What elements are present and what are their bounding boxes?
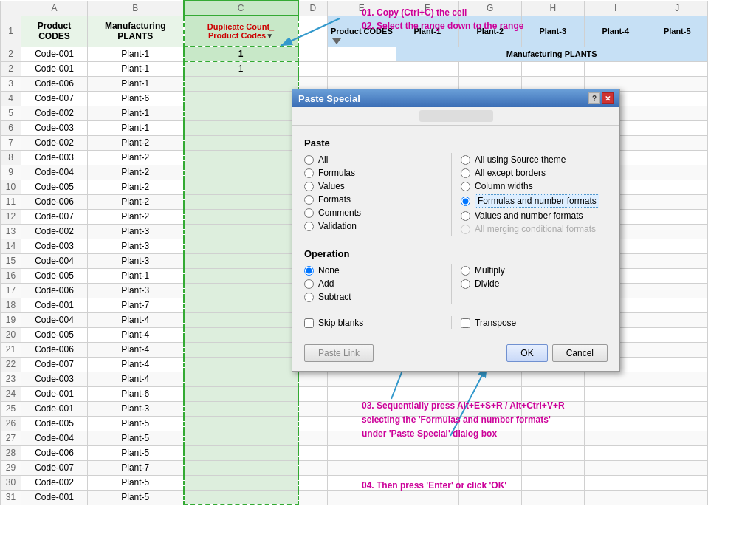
row-num-19: 19 bbox=[1, 312, 21, 327]
cell-f29 bbox=[396, 460, 458, 475]
cell-b5: Plant-1 bbox=[88, 106, 184, 120]
paste-formulas-num-option[interactable]: Formulas and number formats bbox=[461, 193, 608, 209]
table-row: 24 Code-001 Plant-6 bbox=[1, 386, 708, 401]
cell-i2 bbox=[584, 61, 647, 76]
row-num-25: 25 bbox=[1, 401, 21, 416]
cell-b9: Plant-2 bbox=[88, 165, 184, 180]
cell-j15 bbox=[647, 253, 707, 268]
paste-col-widths-option[interactable]: Column widths bbox=[461, 180, 608, 193]
transpose-option[interactable]: Transpose bbox=[461, 316, 608, 329]
cell-c8 bbox=[184, 150, 298, 165]
table-row: 31 Code-001 Plant-5 bbox=[1, 490, 708, 505]
cell-g2 bbox=[458, 61, 521, 76]
paste-merging-option: All merging conditional formats bbox=[461, 222, 608, 236]
paste-link-button[interactable]: Paste Link bbox=[304, 344, 374, 362]
cell-b14: Plant-3 bbox=[88, 239, 184, 253]
cell-d23 bbox=[298, 372, 328, 386]
row-num-18: 18 bbox=[1, 298, 21, 312]
ok-button[interactable]: OK bbox=[506, 344, 547, 362]
table-row: 26 Code-005 Plant-5 bbox=[1, 416, 708, 431]
op-none-label: None bbox=[318, 265, 340, 276]
paste-validation-option[interactable]: Validation bbox=[304, 219, 451, 233]
cell-b20: Plant-4 bbox=[88, 327, 184, 342]
cell-c20 bbox=[184, 327, 298, 342]
table-row: 29 Code-007 Plant-7 bbox=[1, 460, 708, 475]
paste-comments-option[interactable]: Comments bbox=[304, 206, 451, 219]
cell-h29 bbox=[521, 460, 584, 475]
cell-a17: Code-006 bbox=[21, 283, 88, 298]
cell-d25 bbox=[298, 401, 328, 416]
cell-j5 bbox=[647, 106, 707, 120]
cell-g29 bbox=[458, 460, 521, 475]
col-header-b: B bbox=[88, 1, 184, 16]
dialog-footer-left: Paste Link bbox=[304, 344, 374, 362]
dialog-help-button[interactable]: ? bbox=[588, 92, 600, 104]
cell-f23 bbox=[396, 372, 458, 386]
cell-e2 bbox=[328, 47, 396, 61]
paste-special-dialog[interactable]: Paste Special ? ✕ Paste All Formulas Val… bbox=[292, 89, 620, 372]
paste-all-option[interactable]: All bbox=[304, 153, 451, 166]
cell-a11: Code-006 bbox=[21, 194, 88, 209]
cell-j18 bbox=[647, 298, 707, 312]
skip-blanks-option[interactable]: Skip blanks bbox=[304, 316, 451, 329]
cell-a7: Code-002 bbox=[21, 135, 88, 150]
mfg-plants-header: Manufacturing PLANTS bbox=[396, 47, 707, 61]
op-divide-option[interactable]: Divide bbox=[461, 277, 608, 290]
op-subtract-option[interactable]: Subtract bbox=[304, 290, 451, 304]
dialog-body: Paste All Formulas Values Formats Commen… bbox=[292, 126, 619, 338]
paste-all-source-option[interactable]: All using Source theme bbox=[461, 153, 608, 166]
cell-c7 bbox=[184, 135, 298, 150]
paste-formulas-option[interactable]: Formulas bbox=[304, 166, 451, 180]
paste-values-option[interactable]: Values bbox=[304, 180, 451, 193]
cell-b7: Plant-2 bbox=[88, 135, 184, 150]
col-b-header: ManufacturingPLANTS bbox=[88, 16, 184, 47]
row-num-26: 26 bbox=[1, 416, 21, 431]
cell-a31: Code-001 bbox=[21, 490, 88, 505]
cell-g28 bbox=[458, 445, 521, 460]
col-h-header: Plant-3 bbox=[521, 16, 584, 47]
cell-a29: Code-007 bbox=[21, 460, 88, 475]
cell-c28 bbox=[184, 445, 298, 460]
skip-blanks-checkbox[interactable] bbox=[304, 318, 314, 328]
op-none-option[interactable]: None bbox=[304, 264, 451, 277]
paste-all-except-option[interactable]: All except borders bbox=[461, 166, 608, 180]
cell-a2: Code-001 bbox=[21, 47, 88, 61]
cell-h31 bbox=[521, 490, 584, 505]
cell-d30 bbox=[298, 475, 328, 490]
cell-b2: Plant-1 bbox=[88, 61, 184, 76]
cell-g23 bbox=[458, 372, 521, 386]
dialog-divider-1 bbox=[304, 242, 608, 242]
paste-formulas-label: Formulas bbox=[318, 168, 355, 178]
op-multiply-option[interactable]: Multiply bbox=[461, 264, 608, 277]
row-num-23: 23 bbox=[1, 372, 21, 386]
row-num-20: 20 bbox=[1, 327, 21, 342]
cell-j7 bbox=[647, 135, 707, 150]
dialog-close-button[interactable]: ✕ bbox=[602, 92, 614, 104]
dialog-subtitle-bar bbox=[292, 107, 619, 126]
cell-j23 bbox=[647, 372, 707, 386]
cell-e29 bbox=[328, 460, 396, 475]
cell-j9 bbox=[647, 165, 707, 180]
row-num-22: 22 bbox=[1, 357, 21, 372]
cell-b12: Plant-2 bbox=[88, 209, 184, 224]
paste-formats-option[interactable]: Formats bbox=[304, 193, 451, 206]
cell-j3 bbox=[647, 76, 707, 91]
skip-blanks-label: Skip blanks bbox=[318, 318, 363, 328]
transpose-checkbox[interactable] bbox=[461, 318, 470, 328]
cancel-button[interactable]: Cancel bbox=[552, 344, 608, 362]
paste-values-label: Values bbox=[318, 181, 345, 191]
cell-b24: Plant-6 bbox=[88, 386, 184, 401]
table-row: 2 Code-001 Plant-1 1 bbox=[1, 61, 708, 76]
row-num-27: 27 bbox=[1, 431, 21, 445]
paste-values-num-label: Values and number formats bbox=[475, 211, 583, 221]
table-row: 30 Code-002 Plant-5 bbox=[1, 475, 708, 490]
op-add-option[interactable]: Add bbox=[304, 277, 451, 290]
cell-c27 bbox=[184, 431, 298, 445]
cell-c15 bbox=[184, 253, 298, 268]
paste-values-num-option[interactable]: Values and number formats bbox=[461, 209, 608, 222]
row-num-28: 28 bbox=[1, 445, 21, 460]
table-row: 27 Code-004 Plant-5 bbox=[1, 431, 708, 445]
operation-options-columns: None Add Subtract Multiply Divide bbox=[304, 264, 608, 304]
cell-b3: Plant-1 bbox=[88, 76, 184, 91]
cell-d2 bbox=[298, 47, 328, 61]
